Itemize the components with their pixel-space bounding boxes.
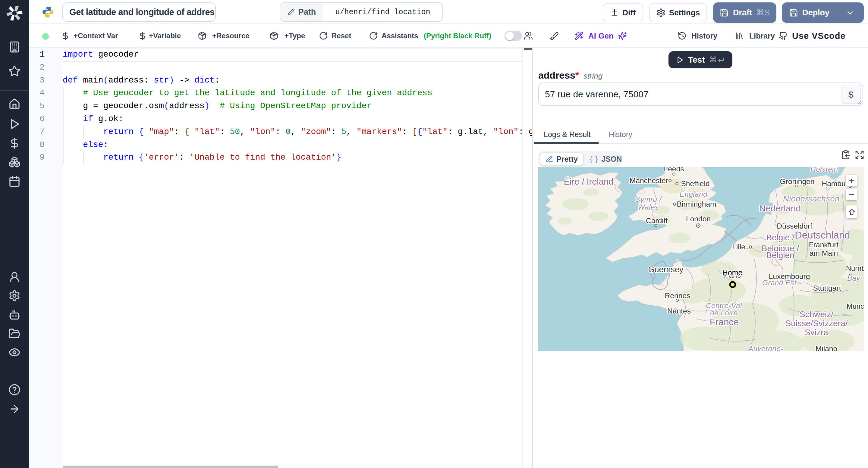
svg-text:England: England (680, 190, 707, 198)
svg-text:Suisse/Svizzera/: Suisse/Svizzera/ (785, 319, 848, 328)
svg-text:London: London (686, 215, 711, 223)
svg-text:Bay: Bay (847, 274, 861, 282)
svg-text:Cymru /: Cymru / (635, 195, 662, 203)
svg-text:Deutschland: Deutschland (795, 230, 850, 241)
svg-text:Schweiz/: Schweiz/ (800, 310, 833, 319)
svg-text:Éire / Ireland: Éire / Ireland (564, 177, 613, 187)
svg-text:Guernsey: Guernsey (648, 265, 684, 274)
svg-text:Nederland: Nederland (759, 203, 801, 213)
svg-text:Home: Home (722, 268, 743, 277)
svg-text:Düsseldorf: Düsseldorf (777, 222, 812, 230)
svg-text:Niedersachsen: Niedersachsen (783, 194, 840, 203)
svg-text:Grand Est: Grand Est (762, 278, 797, 287)
svg-text:Belgien: Belgien (766, 250, 794, 260)
svg-text:Milano: Milano (815, 344, 837, 351)
svg-text:Nantes: Nantes (667, 307, 691, 315)
svg-text:Lille: Lille (732, 243, 745, 251)
svg-text:Sheffield: Sheffield (681, 179, 710, 188)
svg-text:France: France (710, 317, 739, 327)
svg-text:Nürnberg: Nürnberg (846, 264, 864, 272)
svg-text:Wales: Wales (638, 203, 658, 211)
svg-text:am Main: am Main (809, 249, 838, 257)
svg-text:Svizra: Svizra (805, 328, 828, 337)
svg-text:België /: België / (766, 233, 795, 242)
svg-text:Frankfurt: Frankfurt (809, 241, 839, 249)
svg-text:Auvergne-: Auvergne- (748, 344, 783, 351)
svg-text:de Loire: de Loire (710, 309, 738, 317)
svg-text:Stuttgart: Stuttgart (813, 284, 841, 292)
svg-text:Holstein: Holstein (810, 167, 838, 173)
svg-text:Leeds: Leeds (664, 167, 684, 173)
svg-text:Groningen: Groningen (780, 177, 815, 186)
svg-text:Centre-Val: Centre-Val (706, 301, 742, 310)
svg-text:Rennes: Rennes (665, 292, 690, 300)
svg-text:Cardiff: Cardiff (646, 216, 668, 225)
svg-text:Birmingham: Birmingham (677, 200, 716, 208)
svg-text:Manchester: Manchester (629, 176, 669, 185)
svg-text:München: München (846, 302, 864, 310)
